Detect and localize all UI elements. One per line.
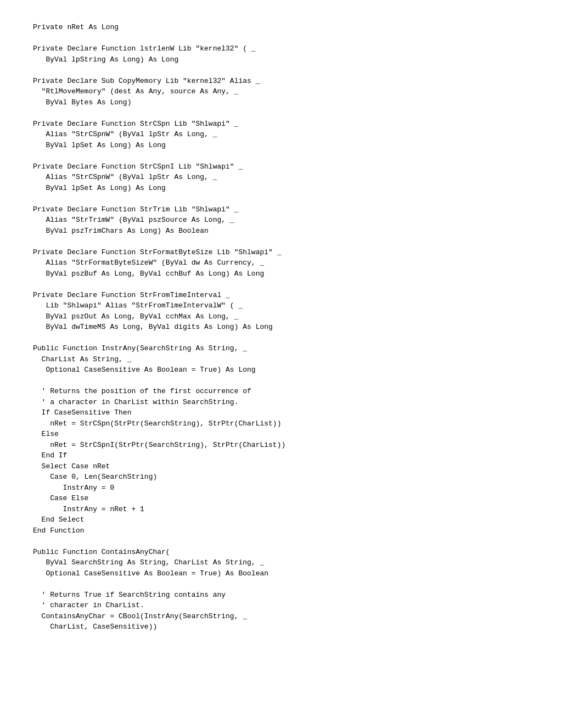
code-content: Private nRet As Long Private Declare Fun… bbox=[33, 22, 529, 632]
